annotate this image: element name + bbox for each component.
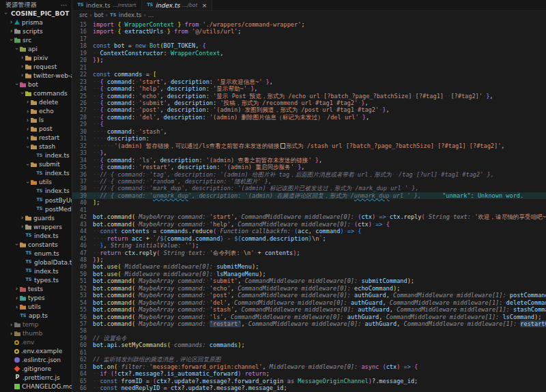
code-line-62[interactable]: 62//·监听转发到群组的频道消息，评论区回复原图 <box>72 356 546 363</box>
tree-item-src[interactable]: ›src <box>0 35 72 44</box>
tree-item-tests[interactable]: ›tests <box>0 284 72 293</box>
code-line-58[interactable]: 58 <box>72 327 546 334</box>
tree-item-temp[interactable]: ›temp <box>0 320 72 329</box>
tree-item-wrappers[interactable]: ›wrappers <box>0 222 72 231</box>
code-line-23[interactable]: 23··{·command:·'start',·description:·'显示… <box>72 78 546 85</box>
code-line-55[interactable]: 55bot.command(·MaybeArray·command:·'stas… <box>72 306 546 313</box>
code-line-51[interactable]: 51bot.command(·MaybeArray·command:·'subm… <box>72 277 546 284</box>
tree-item--prettierrc-js[interactable]: ›P.prettierrc.js <box>0 374 72 382</box>
tree-item-postmedia-ts[interactable]: ›TSpostMedia.ts <box>0 205 72 213</box>
code-line-61[interactable]: 61 <box>72 349 546 356</box>
code-line-56[interactable]: 56bot.command(·MaybeArray·command:·'ls',… <box>72 314 546 320</box>
tree-item-changelog-md[interactable]: ›CHANGELOG.md <box>0 382 72 391</box>
tree-item-scripts[interactable]: ›scripts <box>0 27 72 35</box>
tree-item-index-ts[interactable]: ›TSindex.ts <box>0 231 72 240</box>
tree-item-globaldata-ts[interactable]: ›TSglobalData.ts <box>0 258 72 267</box>
code-line-25[interactable]: 25··{·command:·'echo',·description:·'显示·… <box>72 93 546 100</box>
code-line-38[interactable]: 38··//·{·command:·'mark_dup',·descriptio… <box>72 185 546 192</box>
code-line-31[interactable]: 31····description: <box>72 135 546 142</box>
tree-item-index-ts[interactable]: ›TSindex.ts <box>0 267 72 275</box>
tree-item-guards[interactable]: ›guards <box>0 213 72 222</box>
tree-item-pixiv[interactable]: ›pixiv <box>0 53 72 62</box>
code-line-32[interactable]: 32······'(admin)·暂存链接，可以通过/ls查看之前暂存未发送的链… <box>72 142 546 149</box>
code-line-21[interactable]: 21 <box>72 64 546 71</box>
code-line-15[interactable]: 15import·{·WrapperContext·}·from·'./wrap… <box>72 21 546 28</box>
code-line-20[interactable]: 20}); <box>72 57 546 63</box>
code-line-40[interactable]: 40]; <box>72 199 546 206</box>
code-line-30[interactable]: 30····command:·'stash', <box>72 128 546 135</box>
code-line-50[interactable]: 50bot.use(·Middleware·middleware[0]:·lsM… <box>72 271 546 277</box>
tree-item-types[interactable]: ›types <box>0 294 72 303</box>
tree-item-commands[interactable]: ›commands <box>0 89 72 97</box>
tree-item-utils[interactable]: ›utils <box>0 303 72 312</box>
code-line-28[interactable]: 28··{·command:·'del',·description:·'(adm… <box>72 114 546 121</box>
tree-item-delete[interactable]: ›delete <box>0 97 72 106</box>
code-line-53[interactable]: 53bot.command(·MaybeArray·command:·'post… <box>72 292 546 299</box>
code-line-57[interactable]: 57bot.command(·MaybeArray·command:·'rest… <box>72 320 546 327</box>
code-line-41[interactable]: 41 <box>72 207 546 213</box>
code-line-26[interactable]: 26··{·command:·'submit',·description:·'投… <box>72 100 546 106</box>
tree-item-constants[interactable]: ›constants <box>0 240 72 249</box>
code-line-24[interactable]: 24··{·command:·'help',·description:·'显示帮… <box>72 85 546 92</box>
tree-item--gitignore[interactable]: ›.gitignore <box>0 365 72 374</box>
breadcrumb-item-[interactable]: … <box>148 12 154 18</box>
tree-item-cosine-pic-bot[interactable]: ›COSINE_PIC_BOT <box>0 9 72 18</box>
tree-item-index-ts[interactable]: ›TSindex.ts <box>0 151 72 160</box>
tree-item-types-ts[interactable]: ›TStypes.ts <box>0 275 72 284</box>
tree-item-utils[interactable]: ›utils <box>0 178 72 187</box>
tree-item-restart[interactable]: ›restart <box>0 134 72 142</box>
code-line-29[interactable]: 29··{ <box>72 121 546 127</box>
tree-item-thumb[interactable]: ›thumb <box>0 329 72 338</box>
code-line-64[interactable]: 64··if·(!ctx?.message?.is_automatic_forw… <box>72 370 546 377</box>
close-icon[interactable]: × <box>202 2 207 9</box>
more-actions-icon[interactable]: ⋯ <box>61 1 68 9</box>
code-line-22[interactable]: 22const·commands·=·[ <box>72 71 546 78</box>
code-line-65[interactable]: 65··const·fromID·=·(ctx?.update?.message… <box>72 378 546 385</box>
tab-index.ts-0[interactable]: TSindex.ts…/restart <box>72 0 142 10</box>
code-line-44[interactable]: 44··const·contents·=·commands.reduce(·Fu… <box>72 228 546 235</box>
code-line-36[interactable]: 36··//·{·command:·'tag',·description:·'(… <box>72 171 546 178</box>
code-line-35[interactable]: 35··{·command:·'restart',·description:·'… <box>72 164 546 170</box>
breadcrumb-item-src[interactable]: src <box>79 12 87 18</box>
code-line-52[interactable]: 52bot.command(·MaybeArray·command:·'echo… <box>72 285 546 292</box>
tree-item--env[interactable]: ›.env <box>0 338 72 347</box>
code-line-63[interactable]: 63bot.on(·filter:·'message:forward_origi… <box>72 363 546 370</box>
tree-item-post[interactable]: ›post <box>0 125 72 134</box>
tree-item-ls[interactable]: ›ls <box>0 116 72 125</box>
code-line-60[interactable]: 60bot.api.setMyCommands(·commands:·comma… <box>72 342 546 348</box>
code-line-47[interactable]: 47··return·ctx.reply(·String·text:·'命令列表… <box>72 250 546 256</box>
code-line-42[interactable]: 42bot.command(·MaybeArray·command:·'star… <box>72 213 546 220</box>
code-line-39[interactable]: 39··//·{·command:·'unmark_dup',·descript… <box>72 192 546 199</box>
code-area[interactable]: 15import·{·WrapperContext·}·from·'./wrap… <box>72 19 546 392</box>
tree-item-index-ts[interactable]: ›TSindex.ts <box>0 187 72 196</box>
tree-item-index-ts[interactable]: ›TSindex.ts <box>0 169 72 178</box>
code-line-34[interactable]: 34··{·command:·'ls',·description:·'(admi… <box>72 157 546 164</box>
code-line-17[interactable]: 17 <box>72 35 546 42</box>
breadcrumb-item-index.ts[interactable]: index.ts <box>119 12 142 18</box>
tree-item-echo[interactable]: ›echo <box>0 107 72 116</box>
tree-item-request[interactable]: ›request <box>0 62 72 71</box>
code-line-46[interactable]: 46··},·String·initialValue:·''); <box>72 242 546 249</box>
code-line-43[interactable]: 43bot.command(·MaybeArray·command:·'help… <box>72 221 546 228</box>
tree-item-postbyurl-ts[interactable]: ›TSpostByUrl.ts <box>0 196 72 205</box>
code-line-19[interactable]: 19··ContextConstructor:·WrapperContext, <box>72 50 546 57</box>
tree-item-stash[interactable]: ›stash <box>0 142 72 151</box>
code-line-27[interactable]: 27··{·command:·'post',·description:·'(ad… <box>72 106 546 113</box>
tree-item-bot[interactable]: ›bot <box>0 80 72 89</box>
tree-item--eslintrc-json[interactable]: ›.eslintrc.json <box>0 356 72 365</box>
code-line-59[interactable]: 59//·设置命令 <box>72 335 546 342</box>
tree-item-api[interactable]: ›api <box>0 44 72 53</box>
tree-item-submit[interactable]: ›submit <box>0 160 72 169</box>
code-line-66[interactable]: 66··const·needReplyID·=·ctx?.update?.mes… <box>72 385 546 391</box>
tree-item-app-ts[interactable]: ›TSapp.ts <box>0 312 72 320</box>
tree-item--env-example[interactable]: ›.env.example <box>0 347 72 356</box>
code-line-49[interactable]: 49bot.use(·Middleware·middleware[0]:·sub… <box>72 263 546 270</box>
tree-item-enum-ts[interactable]: ›TSenum.ts <box>0 249 72 258</box>
tab-index.ts-1[interactable]: TSindex.ts…/bot× <box>142 0 213 10</box>
code-line-54[interactable]: 54bot.command(·MaybeArray·command:·'del'… <box>72 299 546 306</box>
code-line-16[interactable]: 16import·{·extractUrls·}·from·'@/utils/u… <box>72 28 546 35</box>
tree-item-twitter-web-api[interactable]: ›twitter-web-api <box>0 71 72 80</box>
code-line-37[interactable]: 37··//·{·command:·'random',·description:… <box>72 178 546 185</box>
tree-item-prisma[interactable]: ›prisma <box>0 18 72 27</box>
code-line-45[interactable]: 45····return·acc·+·`/${command.command}·… <box>72 235 546 242</box>
